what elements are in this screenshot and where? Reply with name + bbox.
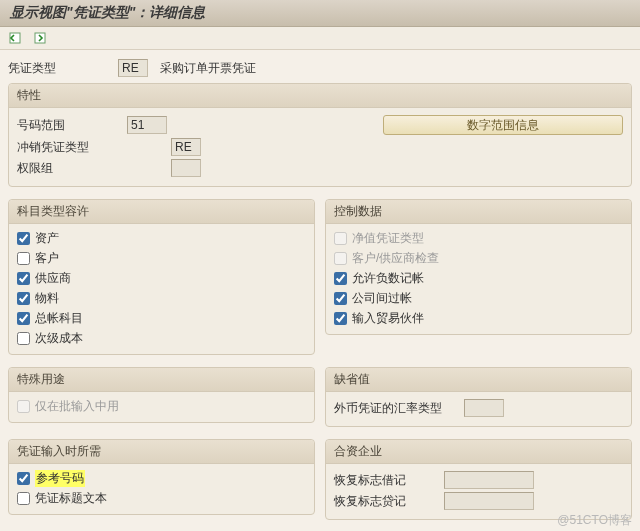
doc-type-desc: 采购订单开票凭证 — [160, 60, 256, 77]
doc-type-field[interactable]: RE — [118, 59, 148, 77]
doc-type-label: 凭证类型 — [8, 60, 118, 77]
toolbar — [0, 27, 640, 50]
group-special-usage-title: 特殊用途 — [9, 368, 314, 392]
group-joint-venture: 合资企业 恢复标志借记 恢复标志贷记 — [325, 439, 632, 520]
control-label: 输入贸易伙伴 — [352, 310, 424, 327]
account-type-label: 客户 — [35, 250, 59, 267]
control-row: 输入贸易伙伴 — [334, 308, 623, 328]
prev-entry-icon[interactable] — [8, 30, 24, 46]
control-checkbox — [334, 232, 347, 245]
group-properties: 特性 号码范围 51 数字范围信息 冲销凭证类型 RE 权限组 — [8, 83, 632, 187]
group-properties-title: 特性 — [9, 84, 631, 108]
control-row: 公司间过帐 — [334, 288, 623, 308]
account-type-label: 总帐科目 — [35, 310, 83, 327]
control-label: 允许负数记帐 — [352, 270, 424, 287]
group-joint-venture-title: 合资企业 — [326, 440, 631, 464]
fx-rate-type-field[interactable] — [464, 399, 504, 417]
group-control-data: 控制数据 净值凭证类型客户/供应商检查允许负数记帐公司间过帐输入贸易伙伴 — [325, 199, 632, 335]
account-type-checkbox[interactable] — [17, 272, 30, 285]
required-label: 参考号码 — [35, 470, 85, 487]
required-checkbox[interactable] — [17, 472, 30, 485]
numrange-field[interactable]: 51 — [127, 116, 167, 134]
account-type-row: 供应商 — [17, 268, 306, 288]
group-account-types-title: 科目类型容许 — [9, 200, 314, 224]
account-type-label: 次级成本 — [35, 330, 83, 347]
account-type-label: 资产 — [35, 230, 59, 247]
numrange-label: 号码范围 — [17, 117, 127, 134]
control-label: 客户/供应商检查 — [352, 250, 439, 267]
account-type-checkbox[interactable] — [17, 252, 30, 265]
watermark: @51CTO博客 — [557, 512, 632, 529]
required-label: 凭证标题文本 — [35, 490, 107, 507]
jv-credit-field[interactable] — [444, 492, 534, 510]
jv-debit-label: 恢复标志借记 — [334, 472, 444, 489]
control-checkbox[interactable] — [334, 292, 347, 305]
required-row: 参考号码 — [17, 468, 306, 488]
group-required-entry-title: 凭证输入时所需 — [9, 440, 314, 464]
window-title: 显示视图"凭证类型"：详细信息 — [0, 0, 640, 27]
group-required-entry: 凭证输入时所需 参考号码凭证标题文本 — [8, 439, 315, 515]
account-type-label: 供应商 — [35, 270, 71, 287]
authgroup-field[interactable] — [171, 159, 201, 177]
svg-rect-1 — [35, 33, 45, 43]
control-label: 公司间过帐 — [352, 290, 412, 307]
group-special-usage: 特殊用途 仅在批输入中用 — [8, 367, 315, 423]
special-label: 仅在批输入中用 — [35, 398, 119, 415]
authgroup-label: 权限组 — [17, 160, 127, 177]
control-row: 客户/供应商检查 — [334, 248, 623, 268]
account-type-checkbox[interactable] — [17, 332, 30, 345]
control-checkbox[interactable] — [334, 272, 347, 285]
jv-debit-field[interactable] — [444, 471, 534, 489]
reverse-type-label: 冲销凭证类型 — [17, 139, 127, 156]
jv-credit-label: 恢复标志贷记 — [334, 493, 444, 510]
special-checkbox — [17, 400, 30, 413]
control-checkbox — [334, 252, 347, 265]
account-type-label: 物料 — [35, 290, 59, 307]
account-type-checkbox[interactable] — [17, 292, 30, 305]
special-row: 仅在批输入中用 — [17, 396, 306, 416]
next-entry-icon[interactable] — [33, 30, 49, 46]
group-default-values-title: 缺省值 — [326, 368, 631, 392]
group-default-values: 缺省值 外币凭证的汇率类型 — [325, 367, 632, 427]
required-checkbox[interactable] — [17, 492, 30, 505]
control-checkbox[interactable] — [334, 312, 347, 325]
fx-rate-type-label: 外币凭证的汇率类型 — [334, 400, 464, 417]
group-control-data-title: 控制数据 — [326, 200, 631, 224]
account-type-row: 总帐科目 — [17, 308, 306, 328]
control-label: 净值凭证类型 — [352, 230, 424, 247]
required-row: 凭证标题文本 — [17, 488, 306, 508]
group-account-types: 科目类型容许 资产客户供应商物料总帐科目次级成本 — [8, 199, 315, 355]
account-type-checkbox[interactable] — [17, 312, 30, 325]
account-type-row: 次级成本 — [17, 328, 306, 348]
account-type-row: 资产 — [17, 228, 306, 248]
numrange-info-button[interactable]: 数字范围信息 — [383, 115, 623, 135]
account-type-row: 物料 — [17, 288, 306, 308]
reverse-type-field[interactable]: RE — [171, 138, 201, 156]
control-row: 净值凭证类型 — [334, 228, 623, 248]
control-row: 允许负数记帐 — [334, 268, 623, 288]
account-type-checkbox[interactable] — [17, 232, 30, 245]
account-type-row: 客户 — [17, 248, 306, 268]
